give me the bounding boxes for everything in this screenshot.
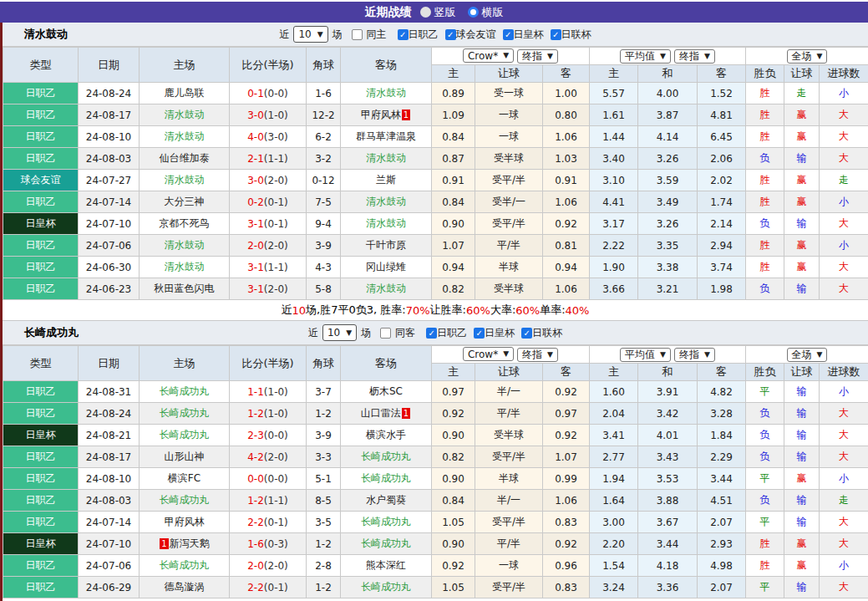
final-odds-select[interactable]: 终指▼: [517, 49, 558, 64]
match-score: 4-0(3-0): [230, 126, 307, 148]
league-checkbox-label[interactable]: 日联杯: [561, 28, 591, 40]
corner-score: 5-8: [307, 278, 341, 300]
chevron-down-icon: ▼: [503, 350, 509, 358]
horizontal-layout-option[interactable]: 横版: [468, 5, 504, 20]
result-wdl: 平: [746, 577, 784, 598]
result-wdl: 平: [746, 381, 784, 403]
crow-home-odds: 0.84: [432, 490, 475, 512]
home-team: 清水鼓动: [140, 104, 230, 126]
league-checkbox[interactable]: ✓: [426, 328, 437, 339]
result-wdl: 负: [746, 425, 784, 446]
same-venue-label[interactable]: 同客: [395, 326, 415, 340]
odds-source-select[interactable]: Crow*▼: [463, 347, 514, 361]
corner-score: 3-2: [307, 148, 341, 170]
handicap-line: 受半/一: [475, 191, 543, 213]
league-checkbox[interactable]: ✓: [521, 328, 532, 339]
crow-home-odds: 0.92: [432, 555, 475, 577]
match-score: 0-0(0-0): [230, 468, 307, 490]
away-team-name: 清水鼓动: [366, 217, 406, 229]
odds-source-select[interactable]: Crow*▼: [463, 48, 514, 63]
away-team: 千叶市原: [341, 235, 432, 257]
corner-score: 1-2: [307, 577, 341, 598]
scope-select[interactable]: 全场▼: [787, 348, 828, 362]
league-checkbox[interactable]: ✓: [503, 29, 514, 40]
match-type-badge: 日职乙: [3, 381, 79, 403]
final-odds-select[interactable]: 终指▼: [674, 348, 715, 362]
avg-odds-value: 平均值: [625, 49, 655, 64]
match-row: 日职乙24-08-03仙台维加泰2-1(1-1)3-2清水鼓动0.87受半球1.…: [3, 148, 868, 170]
league-checkbox-label[interactable]: 球会友谊: [456, 28, 496, 40]
filter-games-label: 场: [332, 28, 343, 42]
recent-count-select[interactable]: 10▼: [293, 26, 327, 43]
match-row: 日职乙24-08-24长崎成功丸1-2(1-0)1-2山口雷法10.92平/半0…: [3, 403, 868, 425]
horizontal-radio-icon[interactable]: [468, 7, 479, 18]
chevron-down-icon: ▼: [660, 351, 666, 359]
avg-home-odds: 1.94: [590, 468, 638, 490]
col-header-home: 主场: [140, 48, 230, 83]
result-goals: 大: [820, 403, 868, 425]
scope-select[interactable]: 全场▼: [787, 49, 828, 64]
corner-score: 6-2: [307, 126, 341, 148]
league-checkbox-label[interactable]: 日皇杯: [514, 28, 544, 40]
corner-score: 3-9: [307, 425, 341, 446]
page-title: 近期战绩: [365, 5, 412, 20]
corner-score: 3-9: [307, 235, 341, 257]
recent-count-select[interactable]: 10▼: [322, 324, 357, 341]
avg-odds-select[interactable]: 平均值▼: [620, 49, 671, 64]
match-type-badge: 日皇杯: [3, 213, 79, 235]
result-handicap: 输: [784, 213, 820, 235]
away-team-name: 清水鼓动: [366, 196, 406, 207]
handicap-line: 半球: [475, 257, 543, 278]
avg-away-odds: 1.84: [698, 425, 746, 446]
result-handicap: 赢: [784, 468, 820, 490]
crow-home-odds: 0.84: [432, 126, 475, 148]
match-score: 0-1(0-0): [230, 83, 307, 104]
final-odds-select[interactable]: 终指▼: [674, 49, 715, 64]
avg-away-odds: 1.98: [698, 278, 746, 300]
away-team-name: 长崎成功丸: [361, 537, 411, 549]
corner-score: 2-8: [307, 555, 341, 577]
league-checkbox[interactable]: ✓: [398, 29, 409, 40]
league-checkbox-label[interactable]: 日联杯: [532, 327, 562, 339]
league-checkbox-label[interactable]: 日皇杯: [485, 327, 515, 339]
avg-draw-odds: 3.42: [638, 403, 698, 425]
final-odds-select[interactable]: 终指▼: [517, 348, 558, 362]
result-goals: 大: [820, 257, 868, 278]
result-wdl: 负: [746, 446, 784, 468]
same-venue-checkbox[interactable]: [352, 29, 363, 40]
same-venue-label[interactable]: 同主: [367, 28, 387, 42]
away-team-name: 冈山绿雉: [366, 261, 406, 272]
half-time-score: (1-1): [264, 153, 288, 165]
result-wdl: 胜: [746, 170, 784, 191]
result-handicap: 走: [784, 83, 820, 104]
corner-score: 1-2: [307, 403, 341, 425]
match-score: 3-1(1-1): [230, 257, 307, 278]
result-wdl: 胜: [746, 235, 784, 257]
crow-away-odds: 0.80: [543, 104, 590, 126]
full-time-score: 2-1: [247, 153, 264, 165]
league-checkbox[interactable]: ✓: [474, 328, 485, 339]
avg-home-odds: 3.24: [590, 577, 638, 598]
horizontal-radio-label[interactable]: 横版: [482, 5, 504, 20]
away-team: 长崎成功丸: [341, 446, 432, 468]
col-header-corner: 角球: [307, 48, 341, 83]
recent-count-value: 10: [298, 28, 311, 40]
away-team: 山口雷法1: [341, 403, 432, 425]
avg-draw-odds: 3.43: [638, 446, 698, 468]
vertical-radio-label[interactable]: 竖版: [434, 5, 456, 20]
league-checkbox-label[interactable]: 日职乙: [437, 327, 467, 339]
match-date: 24-08-17: [79, 446, 140, 468]
avg-home-odds: 3.40: [590, 148, 638, 170]
result-wdl: 胜: [746, 533, 784, 555]
match-date: 24-08-21: [79, 425, 140, 446]
away-team-name: 山口雷法: [361, 407, 401, 419]
league-checkbox[interactable]: ✓: [551, 29, 561, 40]
vertical-radio-icon[interactable]: [420, 7, 431, 18]
league-checkbox-label[interactable]: 日职乙: [409, 28, 439, 40]
vertical-layout-option[interactable]: 竖版: [420, 5, 456, 20]
avg-odds-select[interactable]: 平均值▼: [620, 348, 671, 362]
same-venue-checkbox[interactable]: [380, 328, 391, 339]
league-checkbox[interactable]: ✓: [445, 29, 456, 40]
away-team-name: 清水鼓动: [366, 87, 406, 99]
avg-away-odds: 2.07: [698, 577, 746, 598]
